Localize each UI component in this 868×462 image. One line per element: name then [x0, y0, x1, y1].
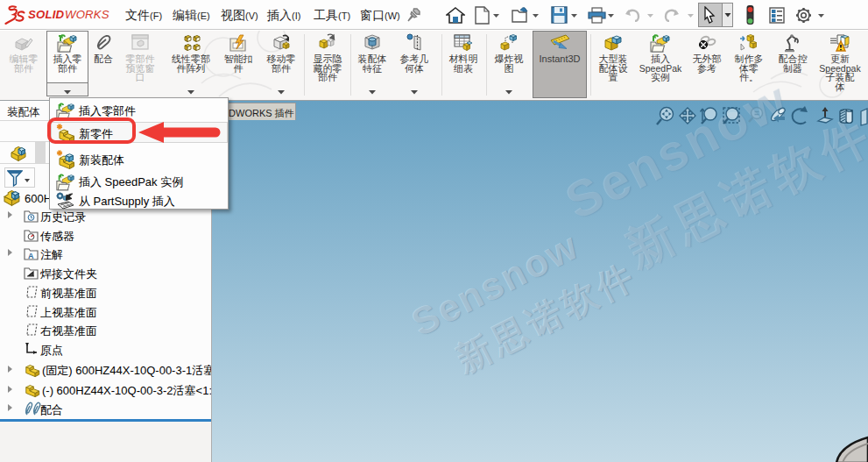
svg-text:A: A [28, 252, 34, 260]
